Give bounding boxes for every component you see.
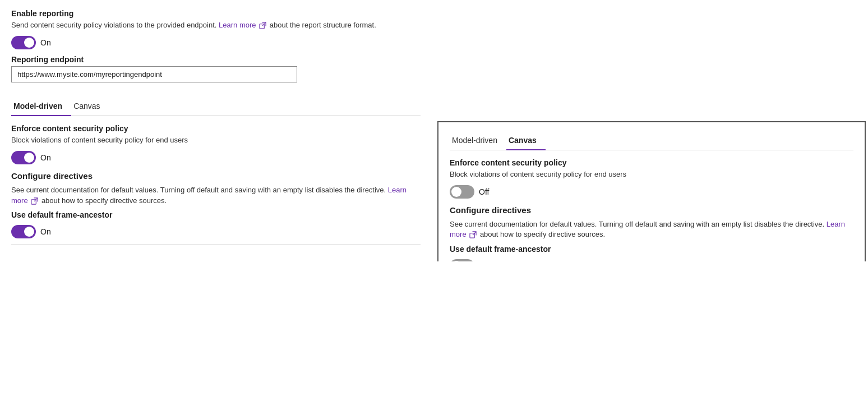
right-configure-section: Configure directives See current documen… [450,205,853,240]
reporting-endpoint-section: Reporting endpoint [11,55,857,89]
right-enforce-csp-desc: Block violations of content security pol… [450,169,853,180]
right-frame-ancestor-toggle-track [450,259,474,261]
right-frame-ancestor-toggle[interactable] [450,259,474,261]
left-enforce-csp-toggle[interactable] [11,151,36,164]
left-frame-ancestor-toggle-label: On [40,227,51,236]
external-link-icon [259,22,266,29]
enable-reporting-desc-before: Send content security policy violations … [11,21,216,29]
reporting-endpoint-input[interactable] [11,66,297,82]
right-enforce-csp-toggle[interactable] [450,185,474,199]
right-frame-ancestor-label: Use default frame-ancestor [450,245,853,254]
right-configure-desc: See current documentation for default va… [450,219,853,240]
enable-reporting-toggle-label: On [40,38,51,47]
right-enforce-csp-title: Enforce content security policy [450,158,853,167]
right-tabs: Model-driven Canvas [450,131,853,150]
enable-reporting-toggle-wrapper: On [11,36,857,49]
right-configure-desc-after: about how to specify directive sources. [480,230,605,238]
right-tab-canvas[interactable]: Canvas [506,131,546,150]
left-tab-model-driven[interactable]: Model-driven [11,97,71,116]
right-configure-desc-before: See current documentation for default va… [450,220,824,228]
left-enforce-csp-toggle-label: On [40,153,51,162]
reporting-endpoint-label: Reporting endpoint [11,55,857,64]
left-tabs: Model-driven Canvas [11,97,421,116]
left-enforce-csp-desc: Block violations of content security pol… [11,135,421,145]
left-frame-ancestor-label: Use default frame-ancestor [11,210,421,219]
right-panel: Model-driven Canvas Enforce content secu… [437,121,866,261]
left-tab-canvas[interactable]: Canvas [71,97,109,116]
right-enforce-csp-toggle-wrapper: Off [450,185,853,199]
left-frame-ancestor-toggle-thumb [24,227,34,237]
left-frame-ancestor-section: Use default frame-ancestor On [11,210,421,238]
left-panel: Model-driven Canvas Enforce content secu… [11,97,432,245]
right-frame-ancestor-section: Use default frame-ancestor Off [450,245,853,261]
enable-reporting-learn-more[interactable]: Learn more [219,21,256,29]
right-configure-ext-link-icon [469,231,477,238]
right-enforce-csp-toggle-label: Off [479,187,489,196]
right-tab-model-driven[interactable]: Model-driven [450,131,506,150]
left-enforce-csp-toggle-wrapper: On [11,151,421,164]
enable-reporting-title: Enable reporting [11,9,857,18]
enable-reporting-desc-after: about the report structure format. [270,21,376,29]
right-frame-ancestor-toggle-wrapper: Off [450,259,853,261]
right-enforce-csp-section: Enforce content security policy Block vi… [450,158,853,199]
enable-reporting-toggle[interactable] [11,36,36,49]
left-enforce-csp-section: Enforce content security policy Block vi… [11,124,421,164]
left-configure-desc-after: about how to specify directive sources. [41,196,167,205]
enable-reporting-desc: Send content security policy violations … [11,20,857,30]
left-panel-divider [11,244,421,245]
left-configure-ext-link-icon [31,197,38,205]
left-enforce-csp-title: Enforce content security policy [11,124,421,133]
left-frame-ancestor-toggle-wrapper: On [11,225,421,238]
right-configure-title: Configure directives [450,205,853,215]
left-frame-ancestor-toggle[interactable] [11,225,36,238]
left-configure-section: Configure directives See current documen… [11,171,421,205]
left-configure-desc: See current documentation for default va… [11,185,421,205]
left-configure-title: Configure directives [11,171,421,181]
enable-reporting-section: Enable reporting Send content security p… [11,9,857,49]
left-configure-desc-before: See current documentation for default va… [11,186,386,194]
